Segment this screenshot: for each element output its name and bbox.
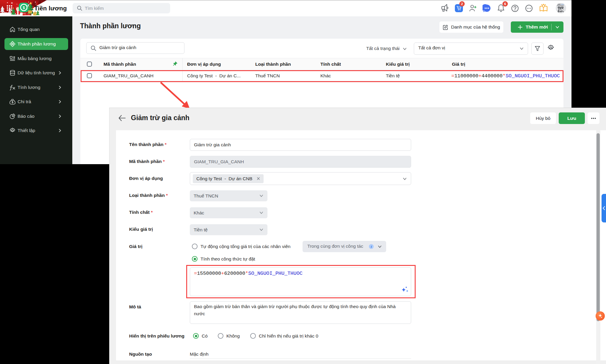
svg-text:$: $ (23, 5, 25, 10)
